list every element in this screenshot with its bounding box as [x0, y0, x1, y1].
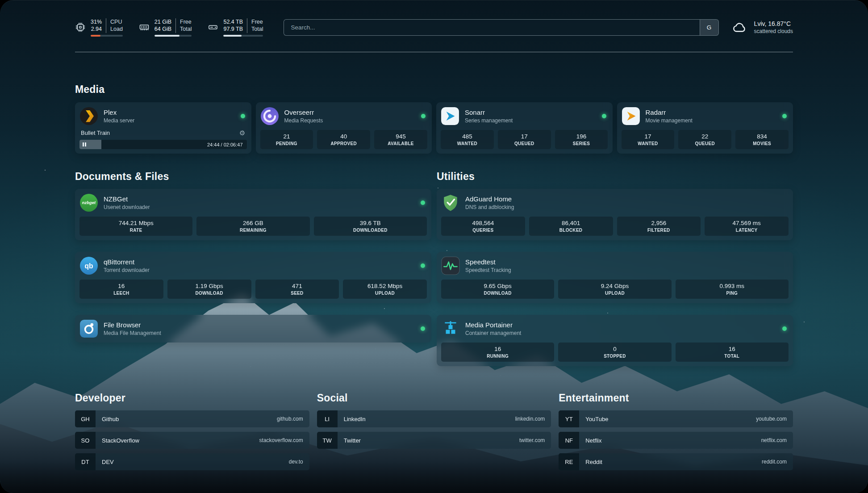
stat-stopped: 0 STOPPED	[558, 343, 671, 362]
bookmark-url: dev.to	[289, 459, 303, 465]
gear-icon[interactable]: ⚙	[239, 130, 245, 136]
search-provider-button[interactable]: G	[700, 20, 718, 35]
stat-label: WANTED	[457, 141, 477, 146]
stat-value: 22	[701, 133, 708, 140]
cpu-load-value: 2.94	[91, 25, 102, 33]
service-description: Media server	[104, 117, 233, 124]
stat-series: 196 SERIES	[555, 130, 608, 149]
bookmark-youtube[interactable]: YT YouTube youtube.com	[559, 410, 793, 427]
service-card-plex[interactable]: Plex Media server Bullet Train ⚙ 24:44 /…	[75, 102, 251, 154]
stat-label: MOVIES	[753, 141, 771, 146]
sonarr-icon	[441, 107, 459, 125]
bookmark-reddit[interactable]: RE Reddit reddit.com	[559, 453, 793, 470]
stat-value: 266 GB	[243, 220, 263, 226]
service-name: Overseerr	[284, 109, 413, 116]
status-dot-online	[421, 326, 425, 331]
stat-queued: 17 QUEUED	[498, 130, 551, 149]
service-card-nzbget[interactable]: nzbget NZBGet Usenet downloader 744.21 M…	[75, 189, 431, 240]
bookmark-abbr: YT	[559, 410, 579, 427]
service-name: File Browser	[104, 321, 413, 329]
service-card-sonarr[interactable]: Sonarr Series management 485 WANTED 17 Q…	[436, 102, 613, 154]
qbittorrent-icon: qb	[79, 256, 98, 275]
stat-label: RATE	[130, 228, 142, 233]
service-card-radarr[interactable]: Radarr Movie management 17 WANTED 22 QUE…	[617, 102, 793, 154]
bookmark-url: linkedin.com	[515, 416, 545, 422]
stat-label: UPLOAD	[375, 291, 395, 296]
stat-filtered: 2,956 FILTERED	[617, 217, 701, 236]
stat-value: 0	[613, 346, 617, 352]
stat-queries: 498,564 QUERIES	[441, 217, 525, 236]
stat-label: DOWNLOADED	[353, 228, 388, 233]
bookmark-name: Netflix	[585, 437, 601, 444]
stat-download: 9.65 Gbps DOWNLOAD	[441, 280, 554, 299]
service-description: DNS and adblocking	[465, 204, 789, 210]
stat-leech: 16 LEECH	[79, 280, 163, 299]
cpu-label: CPU	[110, 18, 122, 26]
disk-widget: 52.4 TB 97.9 TB Free Total	[208, 18, 263, 37]
section-media: Media Plex	[75, 84, 793, 154]
memory-total-value: 64 GiB	[154, 25, 171, 33]
bookmark-abbr: NF	[559, 432, 579, 449]
service-description: Movie management	[646, 117, 775, 124]
stat-value: 9.65 Gbps	[484, 283, 512, 289]
section-title-social: Social	[317, 392, 551, 404]
search-input[interactable]	[284, 20, 699, 35]
section-title-documents-files: Documents & Files	[75, 171, 431, 183]
stat-value: 2,956	[651, 220, 666, 226]
stat-label: WANTED	[638, 141, 658, 146]
stat-remaining: 266 GB REMAINING	[196, 217, 309, 236]
service-card-speedtest[interactable]: Speedtest Speedtest Tracking 9.65 Gbps D…	[437, 252, 793, 303]
disk-total-value: 97.9 TB	[223, 25, 243, 33]
bookmark-name: LinkedIn	[344, 416, 366, 422]
service-description: Series management	[465, 117, 594, 124]
stat-label: DOWNLOAD	[484, 291, 511, 296]
stat-wanted: 17 WANTED	[622, 130, 675, 149]
stat-label: LEECH	[113, 291, 129, 296]
memory-free-label: Free	[180, 18, 192, 26]
bookmark-github[interactable]: GH Github github.com	[75, 410, 309, 427]
service-card-filebrowser[interactable]: File Browser Media File Management	[75, 315, 431, 343]
stat-label: APPROVED	[330, 141, 357, 146]
service-name: NZBGet	[104, 195, 413, 203]
stat-value: 1.19 Gbps	[195, 283, 223, 289]
status-dot-online	[782, 114, 787, 118]
disk-usage-bar-fill	[223, 35, 242, 37]
weather-widget: Lviv, 16.87°C scattered clouds	[730, 20, 793, 35]
service-card-portainer[interactable]: Media Portainer Container management 16 …	[437, 315, 793, 366]
stat-value: 485	[462, 133, 472, 140]
service-name: Plex	[104, 109, 233, 116]
service-card-adguard[interactable]: AdGuard Home DNS and adblocking 498,564 …	[437, 189, 793, 240]
bookmark-stackoverflow[interactable]: SO StackOverflow stackoverflow.com	[75, 432, 309, 449]
bookmark-name: DEV	[102, 459, 114, 465]
stat-label: REMAINING	[240, 228, 267, 233]
cloud-icon	[730, 20, 748, 35]
service-description: Media Requests	[284, 117, 413, 124]
service-description: Container management	[465, 330, 774, 336]
stat-label: RUNNING	[487, 354, 509, 359]
bookmark-netflix[interactable]: NF Netflix netflix.com	[559, 432, 793, 449]
disk-icon	[208, 22, 218, 33]
bookmark-linkedin[interactable]: LI LinkedIn linkedin.com	[317, 410, 551, 427]
cpu-widget: 31% 2.94 CPU Load	[75, 18, 123, 37]
service-name: Media Portainer	[465, 321, 774, 329]
service-card-overseerr[interactable]: Overseerr Media Requests 21 PENDING 40 A…	[256, 102, 432, 154]
bookmark-abbr: SO	[75, 432, 96, 449]
cpu-load-label: Load	[110, 25, 123, 33]
stat-value: 17	[521, 133, 528, 140]
stat-value: 9.24 Gbps	[601, 283, 629, 289]
memory-usage-bar-fill	[154, 35, 179, 37]
stat-rate: 744.21 Mbps RATE	[79, 217, 192, 236]
search-bar: G	[284, 19, 718, 36]
stat-value: 744.21 Mbps	[119, 220, 154, 226]
service-card-qbittorrent[interactable]: qb qBittorrent Torrent downloader 16 LEE…	[75, 252, 431, 303]
memory-icon	[139, 22, 150, 33]
bookmark-twitter[interactable]: TW Twitter twitter.com	[317, 432, 551, 449]
bookmark-dev[interactable]: DT DEV dev.to	[75, 453, 309, 470]
stat-upload: 618.52 Mbps UPLOAD	[343, 280, 427, 299]
overseerr-icon	[260, 107, 279, 125]
topbar-divider	[75, 52, 793, 52]
service-description: Media File Management	[104, 330, 413, 336]
bookmark-url: stackoverflow.com	[259, 437, 303, 443]
bookmark-abbr: RE	[559, 453, 579, 470]
stat-label: QUEUED	[695, 141, 715, 146]
